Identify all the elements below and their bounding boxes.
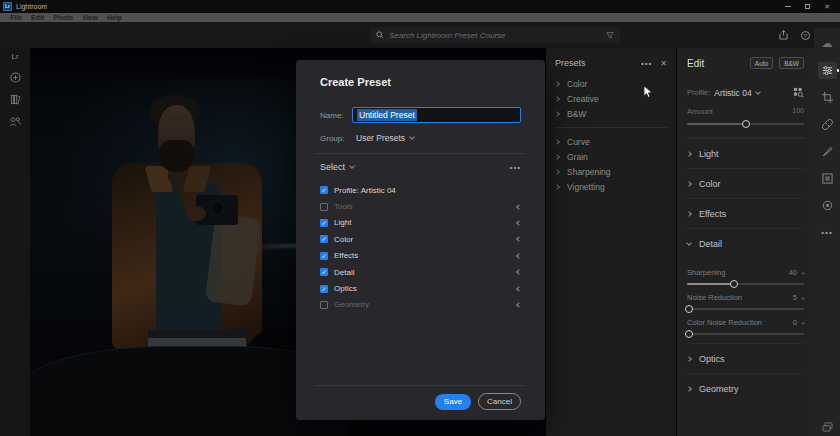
section-label: Effects bbox=[699, 209, 726, 219]
preset-group-curve[interactable]: Curve bbox=[555, 134, 667, 149]
cancel-button[interactable]: Cancel bbox=[478, 393, 521, 410]
presets-header: Presets ••• ✕ bbox=[555, 56, 667, 70]
presets-close-icon[interactable]: ✕ bbox=[660, 59, 667, 68]
minimize-icon[interactable] bbox=[785, 6, 791, 7]
help-icon[interactable]: ? bbox=[801, 31, 810, 40]
search-icon bbox=[376, 31, 384, 39]
edit-sliders-icon[interactable] bbox=[814, 57, 840, 84]
cloud-sync-icon[interactable]: ☁ bbox=[814, 30, 840, 57]
noise-reduction-slider[interactable] bbox=[687, 308, 804, 310]
healing-icon[interactable] bbox=[814, 111, 840, 138]
color-noise-reduction-slider[interactable] bbox=[687, 333, 804, 335]
slider-thumb[interactable] bbox=[730, 280, 738, 288]
search-input[interactable]: Search Lightroom Preset Course bbox=[370, 27, 620, 43]
checkbox[interactable]: ✓ bbox=[320, 268, 328, 276]
checkbox[interactable]: ✓ bbox=[320, 285, 328, 293]
chevron-left-icon[interactable] bbox=[516, 204, 522, 210]
check-row-geometry[interactable]: ✓ Geometry bbox=[320, 297, 523, 313]
preset-group-label: Curve bbox=[567, 137, 590, 147]
save-button[interactable]: Save bbox=[435, 394, 471, 410]
check-row-light[interactable]: ✓ Light bbox=[320, 215, 523, 231]
stepper-icon[interactable]: ◂ bbox=[801, 294, 804, 301]
home-lr-icon[interactable]: Lr bbox=[11, 52, 18, 61]
checkbox[interactable]: ✓ bbox=[320, 235, 328, 243]
amount-slider[interactable] bbox=[687, 123, 804, 125]
check-row-effects[interactable]: ✓ Effects bbox=[320, 248, 523, 264]
chevron-left-icon[interactable] bbox=[516, 237, 522, 243]
presets-panel: Presets ••• ✕ Color Creative B&W Curve bbox=[545, 48, 676, 436]
check-row-profile[interactable]: ✓ Profile: Artistic 04 bbox=[320, 182, 523, 198]
dialog-divider bbox=[316, 385, 525, 386]
presets-more-icon[interactable]: ••• bbox=[641, 59, 652, 68]
menu-file[interactable]: File bbox=[10, 13, 22, 22]
filter-icon[interactable] bbox=[606, 31, 614, 39]
versions-icon[interactable] bbox=[814, 422, 840, 432]
menu-photo[interactable]: Photo bbox=[53, 13, 73, 22]
chevron-left-icon[interactable] bbox=[516, 286, 522, 292]
stepper-icon[interactable]: ◂ bbox=[801, 319, 804, 326]
masking-icon[interactable] bbox=[814, 165, 840, 192]
active-tool-indicator bbox=[837, 69, 840, 72]
chevron-right-icon bbox=[686, 386, 692, 392]
preset-group-vignetting[interactable]: Vignetting bbox=[555, 179, 667, 194]
add-photos-icon[interactable] bbox=[10, 72, 21, 83]
check-row-color[interactable]: ✓ Color bbox=[320, 231, 523, 247]
stepper-icon[interactable]: ◂ bbox=[801, 269, 804, 276]
more-icon[interactable]: ••• bbox=[814, 219, 840, 246]
menu-edit[interactable]: Edit bbox=[31, 13, 44, 22]
maximize-icon[interactable] bbox=[805, 4, 810, 9]
preset-group-bw[interactable]: B&W bbox=[555, 106, 667, 121]
close-icon[interactable]: ✕ bbox=[824, 3, 830, 10]
sharpening-slider[interactable] bbox=[687, 283, 804, 285]
red-eye-icon[interactable] bbox=[814, 192, 840, 219]
slider-thumb[interactable] bbox=[742, 120, 750, 128]
check-row-tools[interactable]: ✓ Tools bbox=[320, 198, 523, 214]
people-icon[interactable] bbox=[9, 116, 21, 127]
preset-group-label: Grain bbox=[567, 152, 588, 162]
menu-help[interactable]: Help bbox=[107, 13, 122, 22]
slider-value: 40 bbox=[789, 268, 797, 277]
section-light[interactable]: Light bbox=[687, 138, 804, 168]
check-row-optics[interactable]: ✓ Optics bbox=[320, 280, 523, 296]
profile-dropdown[interactable]: Artistic 04 bbox=[714, 88, 759, 98]
chevron-left-icon[interactable] bbox=[516, 253, 522, 259]
checkbox[interactable]: ✓ bbox=[320, 301, 328, 309]
dialog-more-icon[interactable]: ••• bbox=[510, 163, 521, 172]
profile-browser-icon[interactable] bbox=[793, 87, 804, 98]
section-label: Geometry bbox=[699, 384, 739, 394]
section-detail[interactable]: Detail bbox=[687, 228, 804, 258]
chevron-left-icon[interactable] bbox=[516, 269, 522, 275]
preset-group-label: Vignetting bbox=[567, 182, 605, 192]
checkbox[interactable]: ✓ bbox=[320, 219, 328, 227]
auto-button[interactable]: Auto bbox=[750, 57, 773, 69]
preset-group-grain[interactable]: Grain bbox=[555, 149, 667, 164]
section-color[interactable]: Color bbox=[687, 168, 804, 198]
checkbox[interactable]: ✓ bbox=[320, 252, 328, 260]
preset-group-sharpening[interactable]: Sharpening bbox=[555, 164, 667, 179]
albums-icon[interactable] bbox=[10, 94, 21, 105]
bw-button[interactable]: B&W bbox=[779, 57, 804, 69]
select-dropdown[interactable]: Select bbox=[320, 162, 354, 172]
checkbox[interactable]: ✓ bbox=[320, 203, 328, 211]
crop-icon[interactable] bbox=[814, 84, 840, 111]
slider-label: Sharpening bbox=[687, 268, 725, 277]
checkbox[interactable]: ✓ bbox=[320, 186, 328, 194]
chevron-left-icon[interactable] bbox=[516, 302, 522, 308]
slider-thumb[interactable] bbox=[685, 305, 693, 313]
share-icon[interactable] bbox=[779, 30, 788, 40]
name-input[interactable]: Untitled Preset bbox=[352, 107, 521, 123]
section-optics[interactable]: Optics bbox=[687, 343, 804, 373]
amount-row: Amount 100 bbox=[687, 107, 804, 116]
group-dropdown[interactable]: User Presets bbox=[356, 133, 414, 143]
slider-thumb[interactable] bbox=[685, 330, 693, 338]
brush-icon[interactable] bbox=[814, 138, 840, 165]
section-geometry[interactable]: Geometry bbox=[687, 373, 804, 403]
name-label: Name: bbox=[320, 111, 352, 120]
left-navigation-rail: Lr bbox=[0, 48, 30, 436]
menu-view[interactable]: View bbox=[82, 13, 98, 22]
check-row-detail[interactable]: ✓ Detail bbox=[320, 264, 523, 280]
chevron-left-icon[interactable] bbox=[516, 220, 522, 226]
check-label: Effects bbox=[334, 251, 358, 260]
section-label: Color bbox=[699, 179, 721, 189]
section-effects[interactable]: Effects bbox=[687, 198, 804, 228]
